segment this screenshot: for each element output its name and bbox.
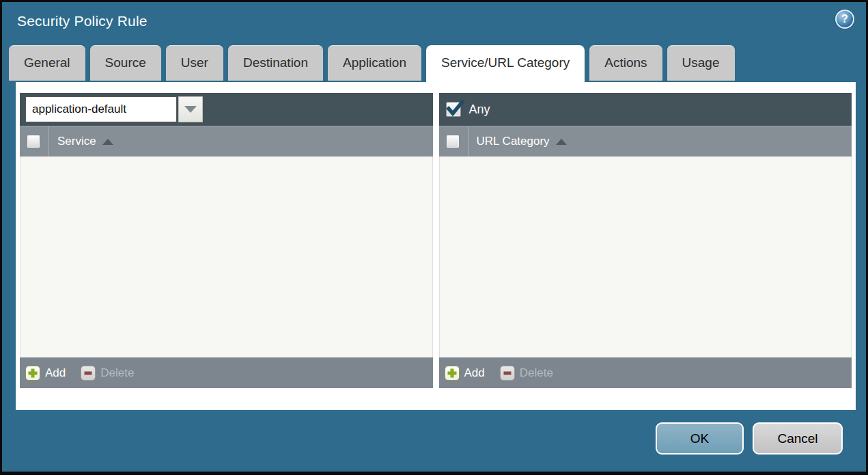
- tab-service-url-category[interactable]: Service/URL Category: [426, 45, 585, 82]
- tab-destination[interactable]: Destination: [228, 45, 323, 81]
- any-checkbox-label[interactable]: Any: [469, 103, 490, 117]
- title-bar: Security Policy Rule ?: [2, 2, 866, 45]
- service-footer-toolbar: Add Delete: [20, 357, 433, 388]
- service-list: [20, 157, 433, 357]
- minus-icon: [81, 366, 96, 381]
- url-category-column-label: URL Category: [477, 135, 550, 148]
- delete-button-label: Delete: [100, 366, 134, 380]
- url-category-any-bar: Any: [439, 93, 852, 126]
- plus-icon: [25, 366, 40, 381]
- service-panel: application-default Service: [20, 93, 433, 388]
- service-delete-button[interactable]: Delete: [81, 366, 134, 381]
- minus-icon: [500, 366, 515, 381]
- service-column-header[interactable]: Service: [20, 126, 433, 157]
- tab-content: application-default Service: [16, 82, 856, 410]
- tab-application[interactable]: Application: [328, 45, 421, 81]
- url-category-select-all-checkbox[interactable]: [446, 135, 460, 148]
- service-mode-dropdown[interactable]: application-default: [25, 96, 177, 122]
- add-button-label: Add: [464, 366, 485, 380]
- security-policy-rule-dialog: Security Policy Rule ? General Source Us…: [0, 0, 868, 475]
- tab-source[interactable]: Source: [90, 45, 161, 81]
- url-category-column-header[interactable]: URL Category: [439, 126, 852, 157]
- url-category-panel: Any URL Category Add: [439, 93, 852, 388]
- any-checkbox[interactable]: [446, 102, 461, 117]
- help-icon[interactable]: ?: [835, 10, 854, 29]
- url-category-list: [439, 157, 852, 357]
- tab-user[interactable]: User: [166, 45, 223, 81]
- service-column-label: Service: [57, 135, 96, 148]
- checkmark-icon: [445, 98, 466, 118]
- service-add-button[interactable]: Add: [25, 366, 66, 381]
- tab-bar: General Source User Destination Applicat…: [9, 45, 866, 82]
- column-divider: [48, 126, 49, 157]
- tab-usage[interactable]: Usage: [667, 45, 735, 81]
- delete-button-label: Delete: [520, 366, 553, 380]
- url-category-footer-toolbar: Add Delete: [439, 357, 852, 388]
- chevron-down-icon: [184, 106, 197, 113]
- ok-button[interactable]: OK: [656, 422, 744, 454]
- plus-icon: [445, 366, 460, 381]
- url-category-add-button[interactable]: Add: [445, 366, 485, 381]
- column-divider: [468, 126, 468, 157]
- service-select-all-checkbox[interactable]: [27, 135, 40, 148]
- url-category-delete-button[interactable]: Delete: [500, 366, 553, 381]
- sort-ascending-icon[interactable]: [102, 139, 113, 145]
- sort-ascending-icon[interactable]: [556, 139, 567, 145]
- tab-general[interactable]: General: [9, 45, 85, 81]
- service-mode-toolbar: application-default: [20, 93, 433, 126]
- add-button-label: Add: [45, 366, 66, 380]
- dialog-title: Security Policy Rule: [17, 13, 148, 29]
- tab-actions[interactable]: Actions: [589, 45, 662, 81]
- cancel-button[interactable]: Cancel: [753, 422, 843, 454]
- service-mode-dropdown-button[interactable]: [178, 96, 203, 122]
